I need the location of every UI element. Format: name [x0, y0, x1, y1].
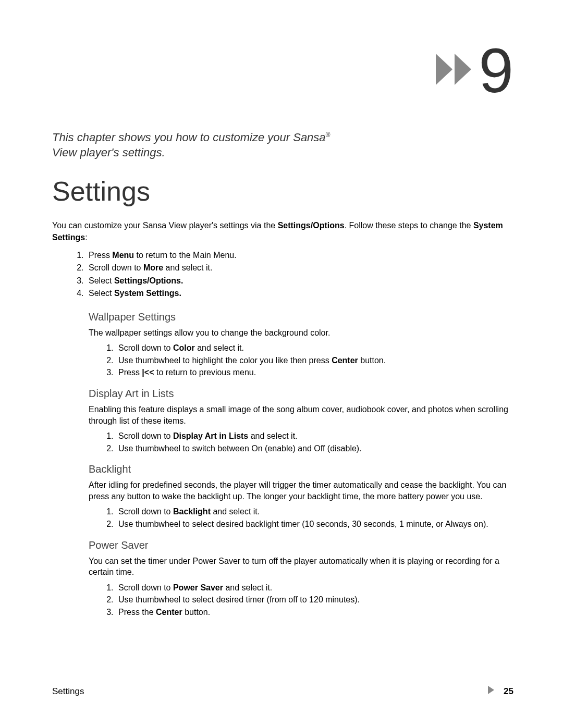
bold-text: Center: [332, 356, 358, 365]
text: and select it.: [223, 583, 272, 592]
text: to return to the Main Menu.: [134, 251, 237, 260]
section-heading: Wallpaper Settings: [89, 311, 513, 323]
text: and select it.: [248, 431, 297, 440]
steps-list: Scroll down to Power Saver and select it…: [116, 582, 513, 618]
bold-text: Backlight: [173, 507, 211, 516]
steps-list: Scroll down to Color and select it. Use …: [116, 342, 513, 378]
footer-right: 25: [488, 686, 513, 697]
list-item: Press the Center button.: [116, 607, 513, 618]
list-item: Press Menu to return to the Main Menu.: [86, 250, 513, 261]
text: Scroll down to: [118, 431, 173, 440]
steps-list: Scroll down to Backlight and select it. …: [116, 506, 513, 529]
text: Scroll down to: [118, 507, 173, 516]
section-heading: Backlight: [89, 463, 513, 475]
text: and select it.: [195, 343, 244, 352]
chapter-number: 9: [479, 39, 513, 102]
bold-text: Menu: [112, 251, 134, 260]
text: button.: [358, 356, 386, 365]
list-item: Select Settings/Options.: [86, 275, 513, 287]
power-saver-section: Power Saver You can set the timer under …: [89, 539, 513, 618]
bold-text: Settings/Options: [278, 221, 345, 230]
list-item: Use thumbwheel to select desired timer (…: [116, 594, 513, 606]
text: Scroll down to: [89, 263, 143, 272]
bold-text: More: [143, 263, 163, 272]
text: and select it.: [163, 263, 212, 272]
text: Press the: [118, 608, 156, 616]
play-icon: [488, 686, 494, 697]
fast-forward-icon: [436, 54, 475, 87]
backlight-section: Backlight After idling for predefined se…: [89, 463, 513, 529]
text: Scroll down to: [118, 343, 173, 352]
text: . Follow these steps to change the: [345, 221, 473, 230]
list-item: Use thumbwheel to highlight the color yo…: [116, 355, 513, 366]
list-item: Scroll down to Backlight and select it.: [116, 506, 513, 517]
svg-marker-1: [455, 54, 471, 85]
bold-text: Display Art in Lists: [173, 431, 248, 440]
chapter-intro: This chapter shows you how to customize …: [52, 130, 513, 160]
list-item: Scroll down to Color and select it.: [116, 342, 513, 354]
intro-line-2: View player's settings.: [52, 146, 165, 159]
list-item: Press |<< to return to previous menu.: [116, 367, 513, 378]
main-steps-list: Press Menu to return to the Main Menu. S…: [86, 250, 513, 300]
intro-paragraph: You can customize your Sansa View player…: [52, 220, 513, 243]
text: Press: [118, 368, 142, 377]
section-text: The wallpaper settings allow you to chan…: [89, 327, 513, 339]
svg-marker-0: [436, 54, 452, 85]
text: and select it.: [211, 507, 260, 516]
bold-text: Power Saver: [173, 583, 223, 592]
registered-symbol: ®: [326, 131, 331, 139]
text: Select: [89, 276, 114, 285]
text: Scroll down to: [118, 583, 173, 592]
wallpaper-section: Wallpaper Settings The wallpaper setting…: [89, 311, 513, 378]
text: You can customize your Sansa View player…: [52, 221, 278, 230]
bold-text: |<<: [142, 368, 154, 377]
section-text: You can set the timer under Power Saver …: [89, 556, 513, 578]
text: Press: [89, 251, 112, 260]
text: button.: [182, 608, 210, 616]
list-item: Scroll down to Display Art in Lists and …: [116, 430, 513, 442]
section-heading: Display Art in Lists: [89, 388, 513, 400]
section-text: Enabling this feature displays a small i…: [89, 404, 513, 426]
page-number: 25: [504, 686, 513, 697]
list-item: Select System Settings.: [86, 288, 513, 299]
list-item: Use thumbwheel to switch between On (ena…: [116, 443, 513, 454]
text: Select: [89, 289, 114, 298]
display-art-section: Display Art in Lists Enabling this featu…: [89, 388, 513, 454]
footer-section-name: Settings: [52, 686, 84, 697]
page-title: Settings: [52, 176, 513, 207]
bold-text: Color: [173, 343, 195, 352]
list-item: Use thumbwheel to select desired backlig…: [116, 519, 513, 530]
svg-marker-2: [488, 686, 494, 694]
section-heading: Power Saver: [89, 539, 513, 551]
chapter-header: 9: [52, 39, 513, 102]
page-footer: Settings 25: [52, 686, 513, 697]
section-text: After idling for predefined seconds, the…: [89, 479, 513, 502]
bold-text: Settings/Options.: [114, 276, 183, 285]
text: Use thumbwheel to highlight the color yo…: [118, 356, 332, 365]
bold-text: System Settings.: [114, 289, 181, 298]
intro-line-1: This chapter shows you how to customize …: [52, 131, 326, 144]
steps-list: Scroll down to Display Art in Lists and …: [116, 430, 513, 454]
list-item: Scroll down to More and select it.: [86, 262, 513, 274]
list-item: Scroll down to Power Saver and select it…: [116, 582, 513, 594]
text: :: [85, 233, 87, 242]
text: to return to previous menu.: [154, 368, 256, 377]
bold-text: Center: [156, 608, 182, 616]
